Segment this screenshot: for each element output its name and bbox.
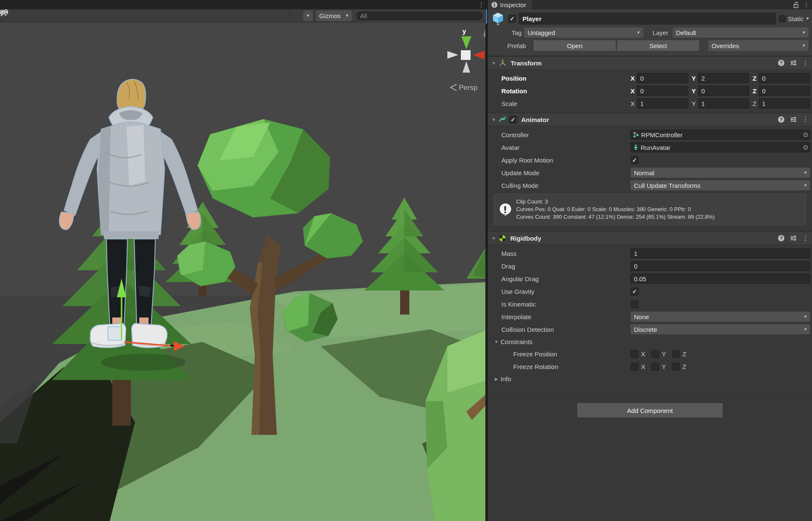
object-picker-icon[interactable]: ⊙ xyxy=(801,130,810,139)
gameobject-icon-wrap[interactable] xyxy=(490,12,506,26)
component-kebab-menu-icon[interactable]: ⋮ xyxy=(802,59,809,67)
panel-divider[interactable] xyxy=(485,0,488,521)
transform-header[interactable]: ▼ Transform ? ⋮ xyxy=(488,56,812,70)
gizmo-plane-handle[interactable] xyxy=(108,327,122,340)
foldout-arrow-icon[interactable]: ▼ xyxy=(491,117,496,122)
collision-detection-label: Collision Detection xyxy=(501,326,631,333)
help-icon[interactable]: ? xyxy=(778,116,785,123)
is-kinematic-label: Is Kinematic xyxy=(501,301,631,308)
camera-view-dropdown[interactable]: ▼ xyxy=(303,11,313,21)
mass-field[interactable]: 1 xyxy=(631,248,810,258)
rotation-y-field[interactable]: 0 xyxy=(698,86,750,96)
scale-x-field[interactable]: 1 xyxy=(637,98,688,109)
apply-root-motion-checkbox[interactable]: ✓ xyxy=(631,156,639,164)
position-x-field[interactable]: 0 xyxy=(637,73,688,83)
presets-icon[interactable] xyxy=(790,117,797,122)
layer-label: Layer xyxy=(652,29,669,36)
component-kebab-menu-icon[interactable]: ⋮ xyxy=(802,116,809,123)
scene-top-strip: ⋮ xyxy=(0,0,488,9)
static-group: ✓ Static ▼ xyxy=(779,15,809,22)
inspector-kebab-menu-icon[interactable]: ⋮ xyxy=(803,1,809,8)
animator-controller-icon xyxy=(633,132,639,138)
object-picker-icon[interactable]: ⊙ xyxy=(801,143,810,152)
freeze-position-y-checkbox[interactable]: ✓ xyxy=(651,350,659,358)
curves-pos-line: Curves Pos: 0 Quat: 0 Euler: 0 Scale: 0 … xyxy=(516,206,715,213)
interpolate-dropdown[interactable]: None ▼ xyxy=(631,312,810,322)
gizmos-label: Gizmos xyxy=(319,12,341,19)
freeze-position-row: Freeze Position ✓X ✓Y ✓Z xyxy=(488,347,812,360)
rotation-z-field[interactable]: 0 xyxy=(759,86,811,96)
culling-mode-dropdown[interactable]: Cull Update Transforms ▼ xyxy=(631,180,810,190)
position-y-field[interactable]: 2 xyxy=(698,73,750,83)
drag-field[interactable]: 0 xyxy=(631,261,810,271)
rigidbody-info-foldout[interactable]: ▶ Info xyxy=(488,373,812,385)
freeze-rotation-y-checkbox[interactable]: ✓ xyxy=(651,363,659,371)
chevron-down-icon: ▼ xyxy=(306,14,310,18)
rigidbody-header[interactable]: ▼ Rigidbody ? ⋮ xyxy=(488,231,812,245)
help-icon[interactable]: ? xyxy=(778,60,785,66)
transform-body: Position X 0 Y 2 Z 0 Rotation X 0 Y 0 Z … xyxy=(488,70,812,113)
scene-kebab-menu-icon[interactable]: ⋮ xyxy=(478,1,484,8)
freeze-rotation-z-checkbox[interactable]: ✓ xyxy=(672,363,680,371)
animator-header[interactable]: ▼ ✓ Animator ? ⋮ xyxy=(488,113,812,126)
gizmos-dropdown[interactable]: Gizmos ▼ xyxy=(316,11,352,21)
gizmo-center-cube[interactable] xyxy=(461,50,471,60)
position-z-field[interactable]: 0 xyxy=(759,73,811,83)
chevron-down-icon: ▼ xyxy=(636,30,640,35)
scene-view[interactable]: y x Persp ⋮ xyxy=(0,0,488,521)
animator-enabled-checkbox[interactable]: ✓ xyxy=(509,116,517,124)
scene-search-input[interactable]: All xyxy=(355,11,484,21)
foldout-arrow-icon[interactable]: ▼ xyxy=(491,61,496,65)
static-dropdown-icon[interactable]: ▼ xyxy=(806,16,809,21)
freeze-rotation-x-checkbox[interactable]: ✓ xyxy=(631,363,639,371)
component-kebab-menu-icon[interactable]: ⋮ xyxy=(802,234,809,242)
gameobject-active-checkbox[interactable]: ✓ xyxy=(508,15,516,23)
foldout-arrow-icon: ▶ xyxy=(494,377,499,381)
static-checkbox[interactable]: ✓ xyxy=(779,15,786,22)
update-mode-label: Update Mode xyxy=(501,169,631,176)
tag-dropdown[interactable]: Untagged ▼ xyxy=(524,27,643,38)
prefab-select-button[interactable]: Select xyxy=(617,40,700,52)
scale-z-field[interactable]: 1 xyxy=(759,98,811,109)
curves-count-line: Curves Count: 390 Constant: 47 (12.1%) D… xyxy=(516,213,715,221)
constraints-foldout[interactable]: ▼ Constraints xyxy=(488,336,812,347)
help-icon[interactable]: ? xyxy=(778,235,785,242)
animator-body: Controller RPMController ⊙ Avatar xyxy=(488,126,812,231)
gameobject-name-field[interactable]: Player xyxy=(519,13,776,24)
controller-label: Controller xyxy=(501,131,631,138)
prefab-overrides-dropdown[interactable]: Overrides ▼ xyxy=(708,40,809,51)
prefab-open-button[interactable]: Open xyxy=(533,40,616,52)
is-kinematic-checkbox[interactable]: ✓ xyxy=(631,300,639,308)
avatar-object-field[interactable]: RunAvatar ⊙ xyxy=(631,142,810,152)
update-mode-dropdown[interactable]: Normal ▼ xyxy=(631,168,810,178)
presets-icon[interactable] xyxy=(790,235,797,241)
scale-row: Scale X 1 Y 1 Z 1 xyxy=(488,97,812,110)
prefab-label: Prefab xyxy=(507,42,526,49)
freeze-position-x-checkbox[interactable]: ✓ xyxy=(631,350,639,358)
controller-object-field[interactable]: RPMController ⊙ xyxy=(631,130,810,140)
freeze-position-z-checkbox[interactable]: ✓ xyxy=(672,350,680,358)
foldout-arrow-icon[interactable]: ▼ xyxy=(491,236,496,241)
constraints-label: Constraints xyxy=(501,338,533,345)
interpolate-label: Interpolate xyxy=(501,313,631,320)
chevron-down-icon: ▼ xyxy=(345,14,349,18)
animator-title: Animator xyxy=(521,116,549,123)
layer-dropdown[interactable]: Default ▼ xyxy=(673,27,809,38)
add-component-button[interactable]: Add Component xyxy=(577,403,723,418)
presets-icon[interactable] xyxy=(790,60,797,66)
rotation-row: Rotation X 0 Y 0 Z 0 xyxy=(488,84,812,97)
angular-drag-field[interactable]: 0.05 xyxy=(631,274,810,284)
rotation-x-field[interactable]: 0 xyxy=(637,86,688,96)
clip-count-line: Clip Count: 3 xyxy=(516,198,715,206)
rotation-label: Rotation xyxy=(501,87,631,95)
animator-info-box: Clip Count: 3 Curves Pos: 0 Quat: 0 Eule… xyxy=(494,194,806,225)
chevron-down-icon: ▼ xyxy=(804,327,807,331)
tab-inspector[interactable]: Inspector xyxy=(488,0,532,9)
focus-accent xyxy=(486,9,487,24)
warning-bubble-icon xyxy=(498,203,512,216)
use-gravity-checkbox[interactable]: ✓ xyxy=(631,288,639,296)
lock-icon[interactable] xyxy=(793,2,799,8)
collision-detection-dropdown[interactable]: Discrete ▼ xyxy=(631,324,810,334)
scale-y-field[interactable]: 1 xyxy=(698,98,750,109)
tool-settings-button[interactable] xyxy=(294,11,300,21)
